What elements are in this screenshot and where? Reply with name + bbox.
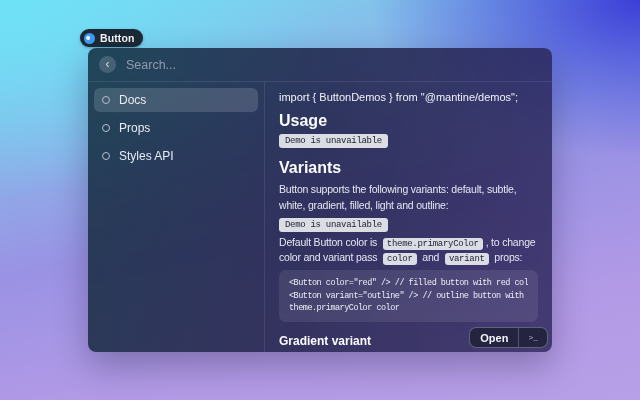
- variants-paragraph: Button supports the following variants: …: [279, 181, 538, 213]
- chevron-left-icon: ‹: [106, 58, 110, 70]
- sidebar-item-styles-api[interactable]: Styles API: [94, 144, 258, 168]
- back-button[interactable]: ‹: [99, 56, 116, 73]
- circle-icon: [102, 96, 110, 104]
- usage-heading: Usage: [279, 113, 538, 129]
- code-line: <Button variant="outline" /> // outline …: [289, 290, 528, 303]
- mantine-logo-icon: [84, 33, 95, 44]
- sidebar-item-label: Styles API: [119, 149, 174, 163]
- sidebar-item-label: Props: [119, 121, 150, 135]
- open-button-label: Open: [470, 332, 518, 344]
- terminal-prompt-icon: >_: [519, 333, 547, 342]
- demo-unavailable-badge: Demo is unavailable: [279, 218, 388, 232]
- circle-icon: [102, 152, 110, 160]
- sidebar-item-docs[interactable]: Docs: [94, 88, 258, 112]
- open-button[interactable]: Open >_: [469, 327, 548, 348]
- code-block: <Button color="red" /> // filled button …: [279, 270, 538, 322]
- sidebar-item-label: Docs: [119, 93, 146, 107]
- color-note-text: props:: [494, 251, 522, 263]
- inline-code: theme.primaryColor: [383, 238, 483, 250]
- demo-unavailable-badge: Demo is unavailable: [279, 134, 388, 148]
- sidebar-item-props[interactable]: Props: [94, 116, 258, 140]
- search-input[interactable]: [126, 58, 541, 72]
- code-line: <Button color="red" /> // filled button …: [289, 277, 528, 290]
- inline-code: variant: [445, 253, 489, 265]
- documentation-modal: ‹ Docs Props Styles API imp: [88, 48, 552, 352]
- import-statement: import { ButtonDemos } from "@mantine/de…: [279, 90, 538, 104]
- color-note-paragraph: Default Button color is theme.primaryCol…: [279, 235, 538, 265]
- inline-code: color: [383, 253, 417, 265]
- color-note-text: Default Button color is: [279, 236, 377, 248]
- search-header: ‹: [88, 48, 552, 82]
- button-trigger-chip[interactable]: Button: [80, 29, 143, 47]
- modal-body: Docs Props Styles API import { ButtonDem…: [88, 82, 552, 352]
- desktop-background: Button ‹ Docs Props Styles API: [0, 0, 640, 400]
- variants-heading: Variants: [279, 160, 538, 176]
- trigger-label: Button: [100, 32, 134, 44]
- sidebar: Docs Props Styles API: [88, 82, 265, 352]
- color-note-text: and: [422, 251, 439, 263]
- docs-content: import { ButtonDemos } from "@mantine/de…: [265, 82, 552, 352]
- code-line: theme.primaryColor color: [289, 302, 528, 315]
- circle-icon: [102, 124, 110, 132]
